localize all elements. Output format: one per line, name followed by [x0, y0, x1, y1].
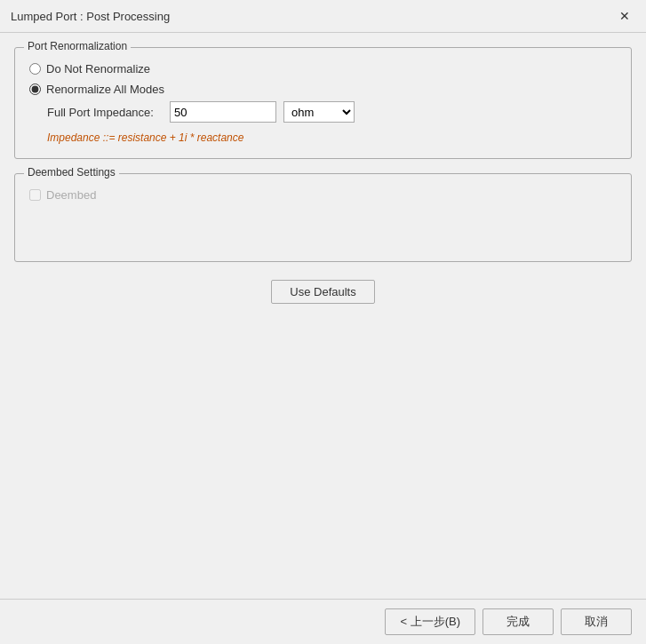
cancel-button[interactable]: 取消: [561, 608, 632, 635]
impedance-label: Full Port Impedance:: [47, 106, 163, 119]
finish-button[interactable]: 完成: [483, 608, 554, 635]
unit-select[interactable]: ohm mohm kohm: [283, 101, 355, 123]
port-renormalization-label: Port Renormalization: [24, 40, 131, 52]
window-title: Lumped Port : Post Processing: [11, 10, 170, 23]
radio-renormalize-all-label: Renormalize All Modes: [46, 83, 164, 96]
deembed-checkbox[interactable]: [29, 189, 41, 201]
radio-renormalize-all-input[interactable]: [29, 83, 41, 95]
deembed-checkbox-label: Deembed: [46, 188, 96, 202]
radio-group: Do Not Renormalize Renormalize All Modes: [29, 62, 617, 96]
deembed-settings-label: Deembed Settings: [24, 166, 119, 179]
use-defaults-button[interactable]: Use Defaults: [271, 280, 374, 304]
radio-renormalize-all-item[interactable]: Renormalize All Modes: [29, 83, 617, 96]
impedance-row: Full Port Impedance: ohm mohm kohm: [47, 101, 617, 123]
title-bar: Lumped Port : Post Processing ✕: [0, 0, 646, 33]
radio-no-renormalize-item[interactable]: Do Not Renormalize: [29, 62, 617, 76]
bottom-bar: < 上一步(B) 完成 取消: [0, 599, 646, 644]
spacer: [14, 318, 632, 584]
radio-no-renormalize-input[interactable]: [29, 63, 41, 75]
back-button[interactable]: < 上一步(B): [385, 608, 475, 635]
port-renormalization-group: Port Renormalization Do Not Renormalize …: [14, 47, 632, 159]
dialog-content: Port Renormalization Do Not Renormalize …: [0, 33, 646, 599]
close-button[interactable]: ✕: [614, 7, 635, 25]
deembed-checkbox-item: Deembed: [29, 188, 617, 202]
use-defaults-row: Use Defaults: [14, 280, 632, 304]
radio-no-renormalize-label: Do Not Renormalize: [46, 62, 150, 76]
deembed-settings-group: Deembed Settings Deembed: [14, 173, 632, 262]
impedance-hint: Impedance ::= resistance + 1i * reactanc…: [47, 131, 617, 144]
impedance-input[interactable]: [170, 101, 276, 123]
